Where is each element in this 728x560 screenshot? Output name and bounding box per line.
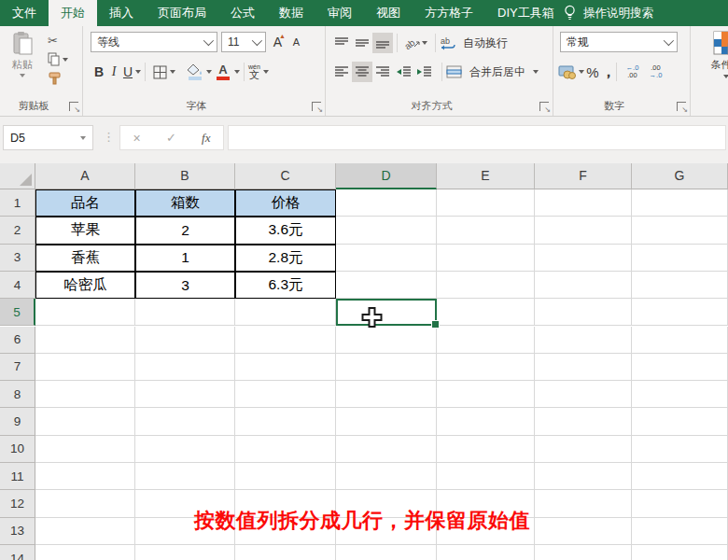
grid-cell-C9[interactable] — [235, 408, 336, 435]
column-header-G[interactable]: G — [632, 163, 728, 189]
grid-cell-D8[interactable] — [336, 381, 437, 408]
grid-cell-F4[interactable] — [535, 272, 632, 299]
align-bottom-button[interactable] — [372, 33, 393, 53]
grid-cell-C11[interactable] — [235, 463, 336, 490]
row-header-5[interactable]: 5 — [0, 299, 35, 326]
grid-cell-D9[interactable] — [336, 408, 437, 435]
increase-font-size-button[interactable]: A▲ — [270, 35, 286, 49]
column-header-E[interactable]: E — [437, 163, 535, 189]
tell-me-search[interactable]: 操作说明搜索 — [564, 0, 653, 26]
enter-icon[interactable]: ✓ — [166, 131, 176, 145]
comma-style-button[interactable]: ， — [601, 63, 612, 82]
borders-dropdown-icon[interactable] — [170, 70, 175, 74]
font-dialog-launcher-icon[interactable] — [312, 102, 321, 111]
fill-color-button[interactable] — [184, 63, 206, 80]
cell-A1[interactable]: 品名 — [35, 189, 135, 217]
align-middle-button[interactable] — [352, 33, 372, 53]
grid-cell-F14[interactable] — [535, 545, 632, 560]
grid-cell-D6[interactable] — [336, 327, 437, 354]
cell-B1[interactable]: 箱数 — [135, 189, 235, 217]
number-dialog-launcher-icon[interactable] — [677, 102, 686, 111]
row-header-12[interactable]: 12 — [0, 490, 35, 517]
cancel-icon[interactable]: × — [133, 131, 141, 146]
font-color-dropdown-icon[interactable] — [234, 70, 240, 74]
grid-cell-G14[interactable] — [632, 545, 728, 560]
row-header-2[interactable]: 2 — [0, 217, 35, 244]
grid-cell-G1[interactable] — [632, 189, 728, 217]
grid-cell-B8[interactable] — [135, 381, 235, 408]
row-header-11[interactable]: 11 — [0, 463, 35, 490]
tab-data[interactable]: 数据 — [267, 0, 315, 26]
fill-handle[interactable] — [431, 320, 440, 329]
select-all-corner[interactable] — [0, 163, 35, 189]
grid-cell-E6[interactable] — [437, 327, 535, 354]
alignment-dialog-launcher-icon[interactable] — [539, 102, 549, 111]
grid-cell-E4[interactable] — [437, 272, 535, 299]
tab-home[interactable]: 开始 — [49, 0, 97, 26]
row-header-13[interactable]: 13 — [0, 518, 35, 545]
conditional-formatting-button[interactable]: 条件格 — [696, 31, 728, 78]
grid-cell-G8[interactable] — [632, 381, 728, 408]
wrap-text-button[interactable]: ab 自动换行 — [440, 35, 508, 51]
copy-button[interactable] — [46, 50, 79, 68]
grid-cell-C14[interactable] — [235, 545, 336, 560]
grid-cell-G5[interactable] — [632, 299, 728, 326]
grid-cell-D7[interactable] — [336, 354, 437, 381]
accounting-format-button[interactable] — [558, 64, 584, 79]
phonetic-dropdown-icon[interactable] — [263, 70, 269, 74]
row-header-10[interactable]: 10 — [0, 436, 35, 463]
decrease-font-size-button[interactable]: A — [289, 36, 303, 48]
grid-cell-E11[interactable] — [437, 463, 535, 490]
grid-cell-C10[interactable] — [235, 436, 336, 463]
grid-cell-F13[interactable] — [535, 518, 632, 545]
borders-button[interactable] — [149, 65, 170, 79]
grid-cell-B6[interactable] — [135, 327, 235, 354]
grid-cell-G10[interactable] — [632, 436, 728, 463]
cell-A2[interactable]: 苹果 — [35, 217, 135, 244]
grid-cell-D2[interactable] — [336, 217, 437, 244]
row-header-8[interactable]: 8 — [0, 381, 35, 408]
grid-cell-F2[interactable] — [535, 217, 632, 244]
grid-cell-F5[interactable] — [535, 299, 632, 326]
grid-cell-G7[interactable] — [632, 354, 728, 381]
underline-button[interactable]: U — [120, 64, 135, 79]
tab-review[interactable]: 审阅 — [315, 0, 364, 26]
grid-cell-G11[interactable] — [632, 463, 728, 490]
grid-cell-G3[interactable] — [632, 245, 728, 272]
column-header-D[interactable]: D — [336, 163, 437, 189]
row-header-1[interactable]: 1 — [0, 189, 35, 217]
row-header-14[interactable]: 14 — [0, 545, 35, 560]
grid-cell-F8[interactable] — [535, 381, 632, 408]
grid-cell-C7[interactable] — [235, 354, 336, 381]
grid-cell-F7[interactable] — [535, 354, 632, 381]
formula-input[interactable] — [228, 125, 726, 150]
row-header-3[interactable]: 3 — [0, 245, 35, 272]
grid-cell-G4[interactable] — [632, 272, 728, 299]
font-size-select[interactable]: 11 — [221, 32, 266, 52]
cell-B4[interactable]: 3 — [135, 272, 235, 299]
insert-function-icon[interactable]: fx — [202, 131, 210, 146]
grid-cell-A6[interactable] — [35, 327, 135, 354]
cell-C4[interactable]: 6.3元 — [235, 272, 336, 299]
grid-cell-E3[interactable] — [437, 245, 535, 272]
column-header-C[interactable]: C — [235, 163, 336, 189]
grid-cell-G12[interactable] — [632, 490, 728, 517]
number-format-select[interactable]: 常规 — [560, 32, 678, 52]
grid-cell-B7[interactable] — [135, 354, 235, 381]
tab-page-layout[interactable]: 页面布局 — [146, 0, 218, 26]
grid-cell-B5[interactable] — [135, 299, 235, 326]
grid-cell-E8[interactable] — [437, 381, 535, 408]
cell-C1[interactable]: 价格 — [235, 189, 336, 217]
name-box-dropdown-icon[interactable] — [80, 136, 86, 140]
decrease-decimal-button[interactable]: .00 →.0 — [644, 64, 667, 80]
clipboard-dialog-launcher-icon[interactable] — [69, 102, 78, 111]
tab-view[interactable]: 视图 — [364, 0, 413, 26]
grid-cell-G9[interactable] — [632, 408, 728, 435]
grid-cell-F3[interactable] — [535, 245, 632, 272]
merge-center-button[interactable]: 合并后居中 — [446, 64, 539, 80]
percent-style-button[interactable]: % — [584, 64, 601, 80]
grid-cell-D4[interactable] — [336, 272, 437, 299]
grid-cell-D11[interactable] — [336, 463, 437, 490]
font-color-button[interactable]: A — [212, 63, 234, 80]
grid-cell-F9[interactable] — [535, 408, 632, 435]
